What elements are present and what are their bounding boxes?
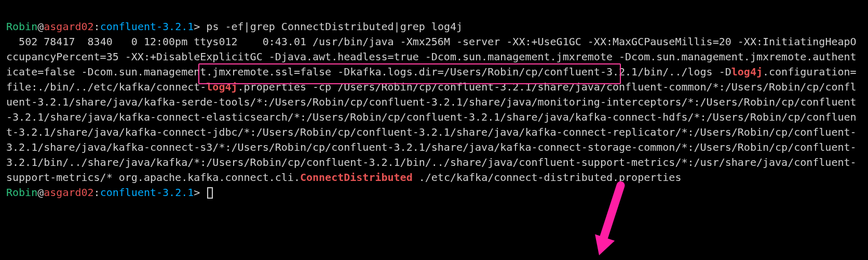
arrow-head-icon [589, 235, 615, 259]
terminal-output: Robin@asgard02:confluent-3.2.1> ps -ef|g… [6, 4, 862, 200]
prompt-sep: : [94, 20, 100, 33]
prompt-sep: : [94, 186, 100, 199]
prompt-end: > [194, 186, 206, 199]
prompt-user: Robin [6, 186, 37, 199]
prompt-path: confluent-3.2.1 [100, 20, 194, 33]
out-post1: .properties -cp /Users/Robin/cp/confluen… [6, 81, 857, 184]
out-pre1: 502 78417 8340 0 12:00pm ttys012 0:43.01… [6, 35, 857, 78]
grep-match-connectdistributed: ConnectDistributed [300, 171, 413, 184]
out-post2: ./etc/kafka/connect-distributed.properti… [413, 171, 682, 184]
prompt-at: @ [37, 186, 44, 199]
grep-match-log4j-2: log4j [206, 81, 237, 93]
prompt-host: asgard02 [44, 186, 93, 199]
prompt-at: @ [37, 20, 44, 33]
prompt-path: confluent-3.2.1 [100, 186, 194, 199]
grep-match-log4j-1: log4j [731, 66, 763, 78]
prompt-line-2[interactable]: Robin@asgard02:confluent-3.2.1> [6, 186, 213, 199]
ps-output: 502 78417 8340 0 12:00pm ttys012 0:43.01… [6, 35, 857, 184]
prompt-line-1: Robin@asgard02:confluent-3.2.1> ps -ef|g… [6, 20, 463, 33]
prompt-end: > [194, 20, 206, 33]
terminal-cursor[interactable] [207, 187, 213, 199]
prompt-host: asgard02 [44, 20, 93, 33]
command-text: ps -ef|grep ConnectDistributed|grep log4… [206, 20, 463, 33]
prompt-user: Robin [6, 20, 37, 33]
